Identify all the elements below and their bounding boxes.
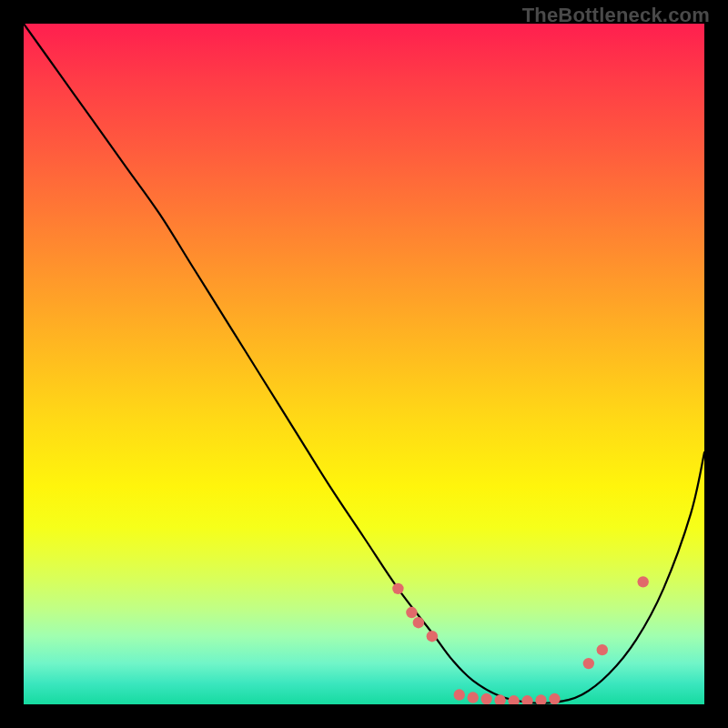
data-dot xyxy=(467,692,478,703)
curve-dots xyxy=(392,576,649,704)
bottleneck-curve xyxy=(24,24,704,703)
data-dot xyxy=(508,695,519,704)
data-dot xyxy=(427,631,438,642)
data-dot xyxy=(413,617,424,628)
data-dot xyxy=(637,576,648,587)
data-dot xyxy=(480,693,491,704)
data-dot xyxy=(549,693,560,704)
data-dot xyxy=(392,583,403,594)
plot-area xyxy=(24,24,704,704)
chart-frame: TheBottleneck.com xyxy=(0,0,728,728)
curve-layer xyxy=(24,24,704,704)
data-dot xyxy=(535,694,546,704)
attribution-watermark: TheBottleneck.com xyxy=(522,4,710,27)
data-dot xyxy=(597,644,608,655)
data-dot xyxy=(406,607,417,618)
data-dot xyxy=(583,658,594,669)
data-dot xyxy=(454,689,465,700)
data-dot xyxy=(521,695,532,704)
data-dot xyxy=(494,694,505,704)
